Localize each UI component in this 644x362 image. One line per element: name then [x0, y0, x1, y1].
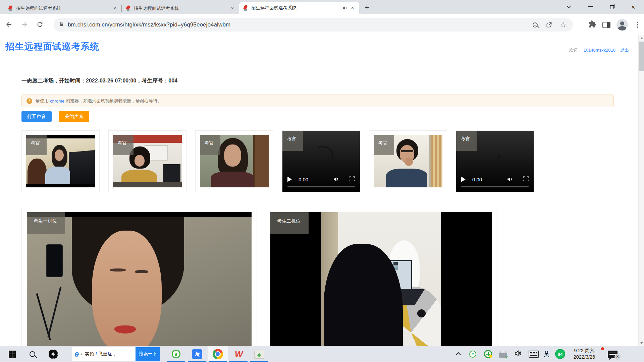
candidate-video-row: 考生一机位	[21, 207, 497, 346]
keys	[530, 352, 532, 353]
windows-taskbar: e ▲ 实拍！飞蚊症，... 搜索一下 e W e ✓	[0, 346, 644, 362]
tray-360safe[interactable]	[482, 346, 494, 362]
volume-icon[interactable]	[333, 176, 339, 183]
pane	[9, 354, 12, 358]
taskbar-app-thunder[interactable]	[187, 346, 207, 362]
examiner-video-player-1[interactable]: 考官 0:00	[282, 131, 360, 192]
avatar-head	[620, 21, 624, 25]
bubble-tail	[609, 358, 612, 360]
tab-close-icon[interactable]: ×	[111, 5, 118, 12]
search-submit-button[interactable]: 搜索一下	[136, 347, 160, 361]
start-button[interactable]	[4, 346, 20, 362]
chrome-link[interactable]: chrome	[50, 99, 64, 104]
examiner-video-5[interactable]: 考官	[374, 135, 442, 187]
candidate-two-card: 考生二机位	[265, 207, 497, 346]
bookmark-star-icon[interactable]: ☆	[558, 20, 568, 30]
tray-touch-keyboard[interactable]	[527, 346, 541, 362]
tab-close-icon[interactable]: ×	[229, 5, 236, 12]
logout-link[interactable]: 退出	[620, 48, 629, 53]
tab-search-chevron-button[interactable]	[558, 0, 580, 13]
pinwheel-app-button[interactable]	[45, 346, 61, 362]
tray-expand-button[interactable]	[452, 346, 464, 362]
zoom-out-icon[interactable]	[530, 20, 540, 30]
browser-tab-1[interactable]: 招生远程面试巡考系统 ×	[4, 3, 121, 14]
news-search-widget[interactable]: e ▲ 实拍！飞蚊症，... 搜索一下	[72, 347, 160, 361]
spacebar	[530, 355, 537, 356]
blade	[49, 350, 53, 354]
progress-bar[interactable]	[461, 186, 529, 187]
examiner-video-2[interactable]: 考官	[113, 135, 182, 187]
reload-button[interactable]	[34, 19, 46, 30]
scrollbar-up-arrow[interactable]	[639, 35, 644, 41]
handle-shape	[537, 26, 539, 28]
input-method-indicator[interactable]: 英	[541, 346, 553, 362]
play-button[interactable]	[287, 177, 292, 182]
news-headline-text[interactable]: 实拍！飞蚊症，...	[85, 351, 136, 357]
tab-audio-icon[interactable]	[342, 5, 348, 11]
url-text[interactable]: bm.chsi.com.cn/ycms/htgl/xk/msz/ksxx?pid…	[68, 21, 526, 28]
tab-close-icon[interactable]: ×	[349, 5, 356, 11]
windows-logo-icon	[9, 351, 16, 358]
running-indicator	[209, 361, 227, 362]
examiner-video-3[interactable]: 考官	[200, 135, 269, 187]
restore-button[interactable]	[601, 0, 623, 13]
examiner-video-player-2[interactable]: 考官 0:00	[456, 131, 534, 192]
page-scrollbar[interactable]	[638, 35, 644, 346]
scrollbar-down-arrow[interactable]	[639, 340, 644, 346]
taskbar-app-upload-folder[interactable]	[249, 346, 269, 362]
scrollbar-thumb[interactable]	[639, 42, 644, 71]
profile-avatar[interactable]	[616, 19, 628, 31]
running-indicator	[250, 361, 268, 362]
scene-person-eye	[110, 268, 126, 272]
new-tab-button[interactable]: +	[362, 2, 372, 12]
warning-icon: !	[26, 98, 32, 104]
tray-volume[interactable]	[511, 346, 525, 362]
tray-360browser[interactable]: e	[466, 346, 479, 362]
tray-printer[interactable]: ✓	[496, 346, 510, 362]
player-controls: 0:00	[282, 176, 360, 183]
progress-bar[interactable]	[287, 186, 355, 187]
fullscreen-icon[interactable]	[523, 176, 529, 183]
minimize-button[interactable]	[580, 0, 601, 13]
forward-button[interactable]	[19, 19, 30, 30]
play-button[interactable]	[461, 177, 466, 182]
fullscreen-icon[interactable]	[350, 176, 355, 183]
taskbar-search-button[interactable]	[24, 346, 40, 362]
scene-curtain	[431, 135, 442, 187]
browser-tab-2[interactable]: 招生远程面试巡考系统 ×	[122, 3, 239, 14]
examiner-video-1[interactable]: 考官	[26, 135, 95, 187]
candidate-one-video[interactable]: 考生一机位	[27, 212, 252, 346]
close-sound-button[interactable]: 关闭声音	[59, 111, 89, 122]
page-content: 招生远程面试巡考系统 欢迎，10146msxk2010退出 一志愿二考场，开始时…	[0, 35, 638, 346]
volume-icon[interactable]	[506, 176, 513, 183]
scene-monitor	[163, 164, 180, 184]
taskbar-app-chrome[interactable]	[208, 346, 228, 362]
taskbar-app-360browser[interactable]: e	[166, 346, 186, 362]
action-center-button[interactable]: 3	[604, 346, 621, 362]
close-window-button[interactable]: ×	[623, 0, 644, 13]
tray-360-health-score[interactable]: 84	[553, 346, 567, 362]
warning-text-before: 请使用	[36, 98, 49, 104]
loading-spinner-icon	[497, 154, 501, 162]
video-label: 考官	[26, 135, 47, 155]
thunder-icon	[192, 349, 202, 359]
taskbar-app-wps[interactable]: W	[228, 346, 249, 362]
video-frame	[27, 217, 252, 346]
magnifier-shape	[533, 22, 538, 27]
share-icon[interactable]	[544, 20, 554, 30]
browser-menu-icon[interactable]	[637, 24, 638, 25]
back-button[interactable]	[3, 19, 15, 30]
running-indicator	[229, 361, 248, 362]
side-panel-icon[interactable]	[602, 22, 610, 28]
player-time: 0:00	[472, 177, 482, 182]
address-bar[interactable]: bm.chsi.com.cn/ycms/htgl/xk/msz/ksxx?pid…	[54, 18, 573, 32]
lock-icon[interactable]	[58, 21, 64, 28]
browser-tab-3-active[interactable]: 招生远程面试巡考系统 ×	[239, 2, 359, 14]
header-divider	[0, 64, 638, 64]
open-sound-button[interactable]: 打开声音	[21, 111, 52, 122]
candidate-two-video[interactable]: 考生二机位	[270, 212, 492, 346]
extensions-icon[interactable]	[588, 20, 596, 29]
username-link[interactable]: 10146msxk2010	[584, 48, 615, 53]
taskbar-clock[interactable]: 9:22 周六 2022/3/26	[567, 346, 602, 362]
scene-person-face	[135, 155, 145, 166]
